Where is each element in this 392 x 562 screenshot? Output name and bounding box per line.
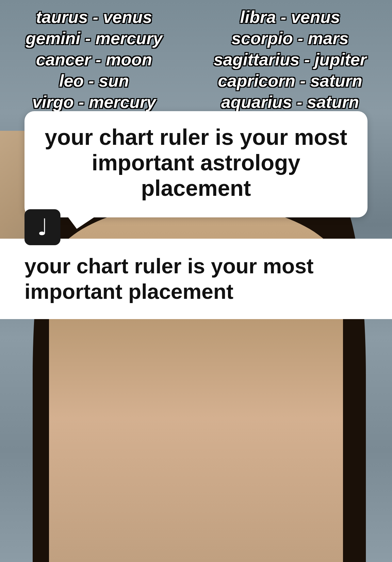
zodiac-item-leo: leo - sun: [10, 70, 178, 92]
zodiac-item-aquarius: aquarius - saturn: [198, 92, 382, 113]
tiktok-logo[interactable]: ♩: [24, 209, 60, 245]
zodiac-item-libra: libra - venus: [198, 7, 382, 28]
zodiac-left-column: taurus - venus gemini - mercury cancer -…: [0, 0, 188, 119]
zodiac-item-taurus: taurus - venus: [10, 7, 178, 28]
zodiac-item-sagittarius: sagittarius - jupiter: [198, 49, 382, 70]
zodiac-item-cancer: cancer - moon: [10, 49, 178, 70]
bottom-text-bar: your chart ruler is your most important …: [0, 239, 392, 319]
zodiac-item-virgo: virgo - mercury: [10, 92, 178, 113]
tiktok-note-icon: ♩: [37, 214, 48, 241]
speech-bubble-text: your chart ruler is your most important …: [45, 125, 347, 200]
zodiac-item-capricorn: capricorn - saturn: [198, 70, 382, 92]
zodiac-item-scorpio: scorpio - mars: [198, 28, 382, 49]
zodiac-item-gemini: gemini - mercury: [10, 28, 178, 49]
bottom-bar-text: your chart ruler is your most important …: [24, 254, 314, 303]
speech-bubble-card: your chart ruler is your most important …: [24, 111, 368, 217]
